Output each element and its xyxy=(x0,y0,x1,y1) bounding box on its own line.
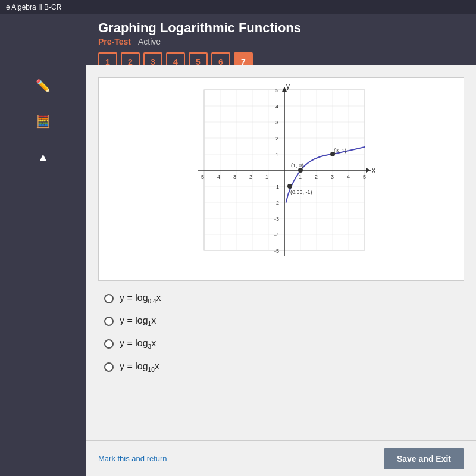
calculator-icon[interactable]: 🧮 xyxy=(32,109,55,133)
option-text-b: y = log1x xyxy=(120,315,156,327)
pencil-icon[interactable]: ✏️ xyxy=(32,74,55,98)
svg-text:5: 5 xyxy=(363,174,366,180)
answer-option-d[interactable]: y = log10x xyxy=(104,361,464,373)
option-text-c: y = log3x xyxy=(120,338,156,350)
svg-text:5: 5 xyxy=(275,87,278,93)
svg-point-49 xyxy=(298,168,303,173)
svg-text:-3: -3 xyxy=(231,174,236,180)
svg-text:(0.33, -1): (0.33, -1) xyxy=(290,189,312,195)
svg-text:-4: -4 xyxy=(274,232,279,238)
svg-text:-3: -3 xyxy=(274,216,279,222)
svg-marker-25 xyxy=(366,168,371,173)
svg-text:4: 4 xyxy=(275,104,278,109)
svg-text:-2: -2 xyxy=(274,200,279,206)
option-text-d: y = log10x xyxy=(120,361,159,373)
answer-choices: y = log0.4x y = log1x y = log3x y = log1… xyxy=(98,293,464,373)
svg-text:1: 1 xyxy=(275,152,278,158)
page-title: Graphing Logarithmic Functions xyxy=(98,20,464,36)
up-arrow-icon[interactable]: ▲ xyxy=(32,145,55,169)
svg-text:-1: -1 xyxy=(264,174,268,180)
pretest-label: Pre-Test xyxy=(98,37,131,46)
svg-text:(3, 1): (3, 1) xyxy=(334,148,346,154)
radio-a[interactable] xyxy=(104,294,114,303)
svg-text:4: 4 xyxy=(347,174,350,180)
main-content: x y -5 -4 -3 -2 -1 1 2 3 4 5 5 4 3 2 1 -… xyxy=(86,65,476,440)
svg-text:-5: -5 xyxy=(274,248,279,254)
svg-text:(1, 0): (1, 0) xyxy=(291,162,303,168)
radio-d[interactable] xyxy=(104,362,114,372)
svg-text:y: y xyxy=(286,84,290,90)
svg-point-53 xyxy=(287,184,292,189)
svg-text:3: 3 xyxy=(275,120,278,126)
answer-option-b[interactable]: y = log1x xyxy=(104,315,464,327)
graph-svg: x y -5 -4 -3 -2 -1 1 2 3 4 5 5 4 3 2 1 -… xyxy=(186,84,377,274)
svg-text:-5: -5 xyxy=(199,174,204,180)
graph-container: x y -5 -4 -3 -2 -1 1 2 3 4 5 5 4 3 2 1 -… xyxy=(98,77,464,281)
svg-text:-1: -1 xyxy=(274,184,279,190)
course-label: e Algebra II B-CR xyxy=(6,3,61,11)
radio-b[interactable] xyxy=(104,317,114,326)
left-sidebar: ✏️ 🧮 ▲ xyxy=(0,14,86,476)
top-bar: e Algebra II B-CR xyxy=(0,0,476,14)
answer-option-c[interactable]: y = log3x xyxy=(104,338,464,350)
answer-option-a[interactable]: y = log0.4x xyxy=(104,293,464,305)
svg-text:x: x xyxy=(372,166,375,174)
save-exit-button[interactable]: Save and Exit xyxy=(384,448,464,469)
radio-c[interactable] xyxy=(104,339,114,349)
svg-text:2: 2 xyxy=(315,174,318,180)
svg-text:2: 2 xyxy=(275,136,278,142)
svg-text:-4: -4 xyxy=(215,174,220,180)
svg-text:1: 1 xyxy=(299,174,302,180)
svg-text:3: 3 xyxy=(331,174,334,180)
mark-return-link[interactable]: Mark this and return xyxy=(98,454,167,463)
svg-text:-2: -2 xyxy=(248,174,252,180)
subtitle-row: Pre-Test Active xyxy=(98,37,464,46)
option-text-a: y = log0.4x xyxy=(120,293,161,305)
active-label: Active xyxy=(138,37,161,46)
bottom-bar: Mark this and return Save and Exit xyxy=(86,440,476,476)
